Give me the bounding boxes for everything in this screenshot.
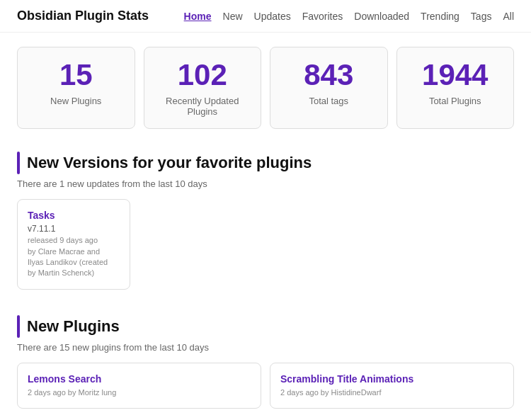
nav-item-home[interactable]: Home <box>184 11 212 22</box>
stat-label: Total Plugins <box>406 96 506 106</box>
stat-card: 102 Recently Updated Plugins <box>144 47 262 129</box>
plugin-card-meta: released 9 days agoby Clare Macrae andIl… <box>28 235 120 279</box>
nav-item-downloaded[interactable]: Downloaded <box>354 11 409 22</box>
stat-number: 102 <box>153 59 253 91</box>
nav-item-trending[interactable]: Trending <box>421 11 459 22</box>
plugin-card-meta: 2 days ago by Moritz lung <box>28 387 251 398</box>
new-plugins-title: New Plugins <box>27 317 120 336</box>
updates-section: New Versions for your favorite plugins T… <box>17 152 514 290</box>
new-plugins-section: New Plugins There are 15 new plugins fro… <box>17 315 514 409</box>
site-header: Obsidian Plugin Stats HomeNewUpdatesFavo… <box>0 0 531 33</box>
updates-heading-bar <box>17 152 20 174</box>
new-plugins-heading: New Plugins <box>17 315 514 338</box>
new-plugin-card[interactable]: Lemons Search 2 days ago by Moritz lung <box>17 363 261 409</box>
stat-label: Total tags <box>279 96 379 106</box>
nav-item-updates[interactable]: Updates <box>254 11 291 22</box>
updates-heading: New Versions for your favorite plugins <box>17 152 514 174</box>
stat-card: 15 New Plugins <box>17 47 135 129</box>
updates-subtitle: There are 1 new updates from the last 10… <box>17 178 514 189</box>
plugin-card-name: Scrambling Title Animations <box>280 373 503 385</box>
plugin-card-version: v7.11.1 <box>28 224 120 234</box>
nav-item-all[interactable]: All <box>503 11 514 22</box>
stat-card: 1944 Total Plugins <box>396 47 515 129</box>
new-plugins-subtitle: There are 15 new plugins from the last 1… <box>17 342 514 353</box>
plugin-card-name: Tasks <box>28 210 120 221</box>
stat-number: 1944 <box>406 59 506 91</box>
update-plugin-card[interactable]: Tasks v7.11.1 released 9 days agoby Clar… <box>17 199 130 290</box>
stat-label: Recently Updated Plugins <box>153 96 253 117</box>
nav-item-tags[interactable]: Tags <box>471 11 492 22</box>
new-plugin-card[interactable]: Scrambling Title Animations 2 days ago b… <box>270 363 514 409</box>
main-content: 15 New Plugins 102 Recently Updated Plug… <box>0 33 531 420</box>
stat-card: 843 Total tags <box>270 47 388 129</box>
new-plugins-cards: Lemons Search 2 days ago by Moritz lung … <box>17 363 514 409</box>
nav-item-new[interactable]: New <box>223 11 243 22</box>
stat-number: 15 <box>26 59 126 91</box>
main-nav: HomeNewUpdatesFavoritesDownloadedTrendin… <box>184 11 514 22</box>
plugin-card-meta: 2 days ago by HistidineDwarf <box>280 387 503 398</box>
updates-plugin-cards: Tasks v7.11.1 released 9 days agoby Clar… <box>17 199 514 290</box>
nav-item-favorites[interactable]: Favorites <box>302 11 343 22</box>
stat-number: 843 <box>279 59 379 91</box>
stat-label: New Plugins <box>26 96 126 106</box>
stats-grid: 15 New Plugins 102 Recently Updated Plug… <box>17 47 514 129</box>
site-title: Obsidian Plugin Stats <box>17 8 149 23</box>
plugin-card-name: Lemons Search <box>28 373 251 385</box>
new-plugins-heading-bar <box>17 315 20 338</box>
updates-title: New Versions for your favorite plugins <box>27 154 312 172</box>
